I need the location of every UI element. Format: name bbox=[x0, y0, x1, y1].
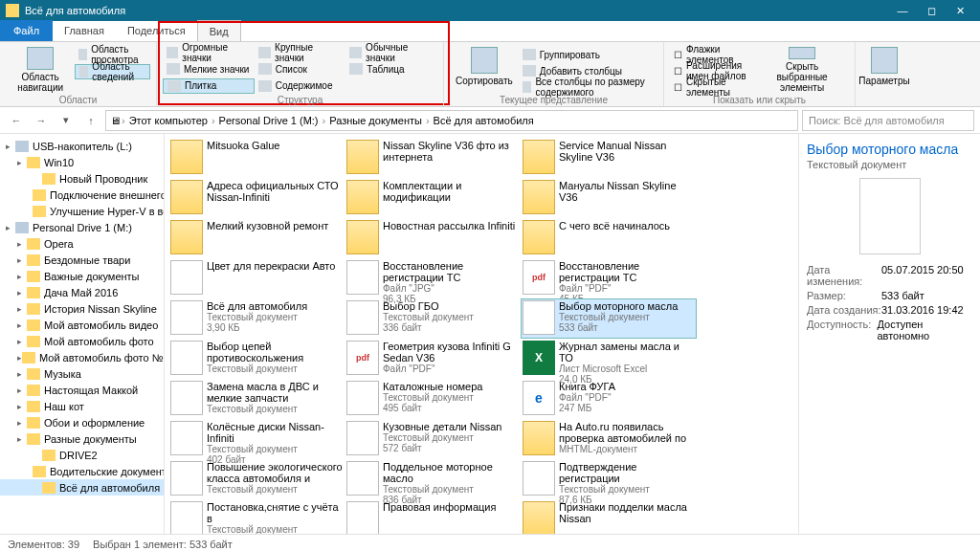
ribbon: Область навигации Область просмотра Обла… bbox=[0, 42, 980, 107]
file-tile[interactable]: Каталожные номераТекстовый документ495 б… bbox=[345, 379, 521, 419]
details-row: Размер:533 байт bbox=[807, 290, 972, 301]
file-tile[interactable]: Мелкий кузовной ремонт bbox=[168, 218, 345, 258]
tree-node[interactable]: ▸Мой автомобиль фото bbox=[0, 333, 164, 349]
tree-node[interactable]: ▸Важные документы bbox=[0, 268, 164, 284]
file-tile[interactable]: Признаки подделки масла Nissan bbox=[521, 499, 697, 534]
status-count: Элементов: 39 bbox=[8, 539, 79, 550]
group-currentview-label: Текущее представление bbox=[444, 95, 663, 105]
layout-content[interactable]: Содержимое bbox=[255, 78, 346, 94]
file-tile[interactable]: Колёсные диски Nissan-InfinitiТекстовый … bbox=[168, 419, 345, 459]
preview-pane-button[interactable]: Область просмотра bbox=[75, 47, 150, 62]
file-tile[interactable]: Кузовные детали NissanТекстовый документ… bbox=[345, 419, 521, 459]
file-list[interactable]: Mitsuoka GalueNissan Skyline V36 фто из … bbox=[165, 134, 798, 534]
layout-extra-large[interactable]: Огромные значки bbox=[163, 45, 255, 60]
folder-icon bbox=[6, 4, 19, 17]
details-row: Дата изменения:05.07.2015 20:50 bbox=[807, 264, 972, 287]
tree-node[interactable]: ▸Personal Drive 1 (M:) bbox=[0, 219, 164, 235]
address-bar: ← → ▾ ↑ 🖥› Этот компьютер› Personal Driv… bbox=[0, 107, 980, 134]
tab-home[interactable]: Главная bbox=[53, 20, 116, 41]
search-input[interactable]: Поиск: Всё для автомобиля bbox=[802, 110, 974, 131]
tree-node[interactable]: ▸Win10 bbox=[0, 154, 164, 170]
file-tile[interactable]: Выбор цепей противоскольженияТекстовый д… bbox=[168, 339, 345, 379]
tree-node[interactable]: ▸Разные документы bbox=[0, 430, 164, 447]
layout-small[interactable]: Мелкие значки bbox=[163, 61, 255, 77]
file-tile[interactable]: Цвет для перекраски Авто bbox=[168, 258, 345, 298]
file-tile[interactable]: Адреса официальных СТО Nissan-Infiniti bbox=[168, 178, 345, 218]
layout-list[interactable]: Список bbox=[255, 61, 346, 77]
tree-node[interactable]: ▸Мой автомобиль видео bbox=[0, 317, 164, 333]
tree-node[interactable]: ▸Дача Май 2016 bbox=[0, 284, 164, 300]
back-button[interactable]: ← bbox=[6, 110, 27, 131]
group-by-button[interactable]: Группировать bbox=[519, 47, 657, 62]
tree-node[interactable]: DRIVE2 bbox=[0, 447, 164, 463]
tab-share[interactable]: Поделиться bbox=[116, 20, 197, 41]
file-tile[interactable]: Восстановление регистрации ТСФайл "JPG"9… bbox=[345, 258, 521, 298]
file-tile[interactable]: Всё для автомобиляТекстовый документ3,90… bbox=[168, 298, 345, 339]
minimize-button[interactable]: — bbox=[888, 0, 917, 21]
sort-button[interactable]: Сортировать bbox=[450, 45, 519, 95]
file-tile[interactable]: Service Manual Nissan Skyline V36 bbox=[521, 138, 697, 178]
file-tile[interactable]: Nissan Skyline V36 фто из интернета bbox=[345, 138, 521, 178]
file-tile[interactable]: Мануалы Nissan Skyline V36 bbox=[521, 178, 697, 218]
tree-node[interactable]: ▸Opera bbox=[0, 235, 164, 252]
file-tile[interactable]: pdfВосстановление регистрации ТСФайл "PD… bbox=[521, 258, 697, 298]
tree-node[interactable]: ▸USB-накопитель (L:) bbox=[0, 138, 164, 154]
file-tile[interactable]: Подтверждение регистрацииТекстовый докум… bbox=[521, 459, 697, 499]
tree-node[interactable]: Всё для автомобиля bbox=[0, 479, 164, 496]
options-button[interactable]: Параметры bbox=[861, 45, 907, 88]
file-tile[interactable]: С чего всё начиналось bbox=[521, 218, 697, 258]
file-tile[interactable]: На Auto.ru появилась проверка автомобиле… bbox=[521, 419, 697, 459]
tree-node[interactable]: Подключение внешнего м bbox=[0, 187, 164, 203]
maximize-button[interactable]: ◻ bbox=[917, 0, 946, 21]
tree-node[interactable]: Новый Проводник bbox=[0, 170, 164, 187]
file-tile[interactable]: Mitsuoka Galue bbox=[168, 138, 345, 178]
file-tile[interactable]: Новостная рассылка Infiniti bbox=[345, 218, 521, 258]
checkbox-hidden[interactable]: ☐ Скрытые элементы bbox=[670, 79, 755, 95]
file-tile[interactable]: XЖурнал замены масла и ТОЛист Microsoft … bbox=[521, 339, 697, 379]
layout-large[interactable]: Крупные значки bbox=[255, 45, 346, 60]
details-type: Текстовый документ bbox=[807, 159, 972, 170]
file-tile[interactable]: Повышение экологического класса автомоби… bbox=[168, 459, 345, 499]
file-tile[interactable]: Поддельное моторное маслоТекстовый докум… bbox=[345, 459, 521, 499]
details-row: Дата создания:31.03.2016 19:42 bbox=[807, 304, 972, 316]
nav-tree[interactable]: ▸USB-накопитель (L:)▸Win10Новый Проводни… bbox=[0, 134, 165, 534]
forward-button[interactable]: → bbox=[31, 110, 52, 131]
file-tile[interactable]: Выбор ГБОТекстовый документ336 байт bbox=[345, 298, 521, 339]
tree-node[interactable]: ▸Наш кот bbox=[0, 398, 164, 414]
nav-pane-button[interactable]: Область навигации bbox=[6, 45, 75, 95]
close-button[interactable]: ✕ bbox=[946, 0, 974, 21]
recent-button[interactable]: ▾ bbox=[56, 110, 77, 131]
tree-node[interactable]: ▸Настоящая Маккой bbox=[0, 382, 164, 398]
address-box[interactable]: 🖥› Этот компьютер› Personal Drive 1 (M:)… bbox=[105, 110, 798, 131]
tree-node[interactable]: Улучшение Hyper-V в вер bbox=[0, 203, 164, 219]
tree-node[interactable]: ▸Обои и оформление bbox=[0, 414, 164, 430]
file-tile[interactable]: eКнига ФУГАФайл "PDF"247 МБ bbox=[521, 379, 697, 419]
layout-medium[interactable]: Обычные значки bbox=[345, 45, 437, 60]
details-pane: Выбор моторного масла Текстовый документ… bbox=[798, 134, 980, 534]
group-panes-label: Области bbox=[0, 95, 156, 105]
tab-view[interactable]: Вид bbox=[197, 20, 241, 41]
tree-node[interactable]: Водительские документы bbox=[0, 463, 164, 479]
file-tile[interactable]: Постановка,снятие с учёта вТекстовый док… bbox=[168, 499, 345, 534]
tree-node[interactable]: ▸Мой автомобиль фото №2 bbox=[0, 349, 164, 365]
file-tile[interactable]: Замена масла в ДВС и мелкие запчастиТекс… bbox=[168, 379, 345, 419]
details-title: Выбор моторного масла bbox=[807, 142, 972, 157]
file-tile[interactable]: Выбор моторного маслаТекстовый документ5… bbox=[521, 298, 697, 339]
tree-node[interactable]: ▸Бездомные твари bbox=[0, 252, 164, 268]
file-tile[interactable]: pdfГеометрия кузова Infiniti G Sedan V36… bbox=[345, 339, 521, 379]
hide-selected-button[interactable]: Скрыть выбранные элементы bbox=[755, 45, 849, 95]
details-pane-button[interactable]: Область сведений bbox=[75, 64, 150, 79]
group-showhide-label: Показать или скрыть bbox=[664, 95, 855, 105]
status-bar: Элементов: 39 Выбран 1 элемент: 533 байт bbox=[0, 534, 980, 551]
file-tile[interactable]: Правовая информация bbox=[345, 499, 521, 534]
layout-details[interactable]: Таблица bbox=[345, 61, 437, 77]
tree-node[interactable]: ▸История Nissan Skyline bbox=[0, 300, 164, 317]
tab-file[interactable]: Файл bbox=[0, 20, 53, 41]
size-columns-button[interactable]: Все столбцы по размеру содержимого bbox=[519, 79, 657, 95]
up-button[interactable]: ↑ bbox=[80, 110, 101, 131]
file-tile[interactable]: Комплектации и модификации bbox=[345, 178, 521, 218]
layout-tiles[interactable]: Плитка bbox=[163, 78, 255, 94]
ribbon-tabs: Файл Главная Поделиться Вид bbox=[0, 21, 980, 42]
tree-node[interactable]: ▸Музыка bbox=[0, 365, 164, 382]
title-bar: Всё для автомобиля — ◻ ✕ bbox=[0, 0, 980, 21]
